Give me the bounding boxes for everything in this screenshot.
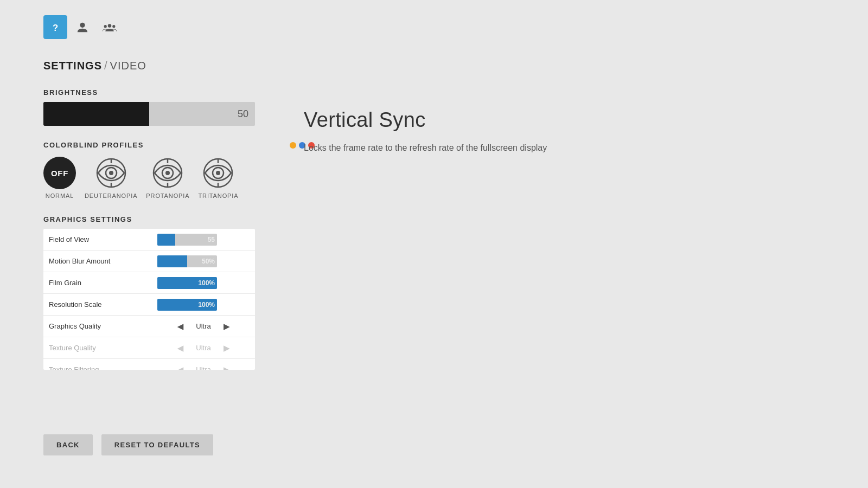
protanopia-label: PROTANOPIA <box>146 192 189 199</box>
colorblind-header: COLORBLIND PROFILES <box>43 141 315 149</box>
resolution-scale-label: Resolution Scale <box>49 300 157 309</box>
motion-blur-slider[interactable]: 50% <box>157 254 250 269</box>
tritanopia-icon-container <box>202 157 234 189</box>
breadcrumb: SETTINGS/VIDEO <box>43 60 315 72</box>
settings-table: Field of View 55 Motion Blur Amount 50% … <box>43 229 255 370</box>
fov-slider[interactable]: 55 <box>157 232 250 247</box>
row-motion-blur[interactable]: Motion Blur Amount 50% <box>43 251 255 272</box>
svg-point-5 <box>112 25 115 28</box>
brightness-slider[interactable]: 50 <box>43 102 255 126</box>
fov-value: 55 <box>208 236 215 243</box>
protanopia-eye-icon <box>152 158 183 188</box>
main-content: SETTINGS/VIDEO BRIGHTNESS 50 COLORBLIND … <box>43 60 315 370</box>
svg-point-18 <box>216 171 220 175</box>
dot-yellow <box>290 142 296 149</box>
texture-filtering-label: Texture Filtering <box>49 365 157 370</box>
texture-filtering-left-arrow[interactable]: ◀ <box>175 365 186 370</box>
texture-quality-right-arrow[interactable]: ▶ <box>221 344 232 352</box>
colorblind-label: COLORBLIND PROFILES <box>43 141 144 149</box>
graphics-quality-value: Ultra <box>190 322 217 330</box>
breadcrumb-main: SETTINGS <box>43 60 102 72</box>
svg-point-4 <box>108 24 112 28</box>
colorblind-section: COLORBLIND PROFILES OFF NORMAL <box>43 141 315 199</box>
resolution-scale-slider[interactable]: 100% <box>157 297 250 312</box>
deuteranopia-eye-icon <box>96 158 126 188</box>
fov-fill <box>157 234 175 246</box>
tritanopia-label: TRITANOPIA <box>198 192 238 199</box>
film-grain-value: 100% <box>198 279 215 287</box>
info-title: Vertical Sync <box>304 108 575 132</box>
motion-blur-label: Motion Blur Amount <box>49 257 157 265</box>
breadcrumb-sub: VIDEO <box>110 60 146 72</box>
graphics-settings-label: GRAPHICS SETTINGS <box>43 215 315 223</box>
film-grain-track: 100% <box>157 277 217 289</box>
motion-blur-value: 50% <box>202 258 215 265</box>
deuteranopia-label: DEUTERANOPIA <box>85 192 137 199</box>
row-resolution-scale[interactable]: Resolution Scale 100% <box>43 294 255 316</box>
colorblind-deuteranopia[interactable]: DEUTERANOPIA <box>85 157 137 199</box>
resolution-scale-track: 100% <box>157 299 217 311</box>
colorblind-protanopia[interactable]: PROTANOPIA <box>146 157 189 199</box>
colorblind-normal[interactable]: OFF NORMAL <box>43 157 76 199</box>
svg-point-8 <box>109 171 113 175</box>
row-graphics-quality[interactable]: Graphics Quality ◀ Ultra ▶ <box>43 316 255 337</box>
info-panel: Vertical Sync Locks the frame rate to th… <box>304 108 575 155</box>
fov-label: Field of View <box>49 235 157 243</box>
brightness-value: 50 <box>238 108 248 120</box>
off-badge: OFF <box>43 157 76 189</box>
film-grain-label: Film Grain <box>49 279 157 287</box>
resolution-scale-value: 100% <box>198 301 215 309</box>
motion-blur-track: 50% <box>157 255 217 267</box>
top-navigation: ? <box>43 15 122 39</box>
texture-filtering-right-arrow[interactable]: ▶ <box>221 365 232 370</box>
svg-text:?: ? <box>53 23 58 33</box>
texture-quality-selector: ◀ Ultra ▶ <box>157 344 250 352</box>
bottom-buttons: BACK RESET TO DEFAULTS <box>43 434 213 455</box>
film-grain-slider[interactable]: 100% <box>157 275 250 291</box>
colorblind-tritanopia[interactable]: TRITANOPIA <box>198 157 238 199</box>
breadcrumb-sep: / <box>104 60 108 72</box>
texture-quality-left-arrow[interactable]: ◀ <box>175 344 186 352</box>
svg-point-13 <box>165 171 170 175</box>
svg-point-3 <box>104 25 107 28</box>
brightness-fill <box>43 102 149 126</box>
graphics-quality-selector: ◀ Ultra ▶ <box>157 322 250 331</box>
tritanopia-eye-icon <box>203 158 233 188</box>
protanopia-icon-container <box>151 157 184 189</box>
row-field-of-view[interactable]: Field of View 55 <box>43 229 255 251</box>
brightness-label: BRIGHTNESS <box>43 88 315 97</box>
svg-point-2 <box>80 23 85 28</box>
back-button[interactable]: BACK <box>43 434 93 455</box>
row-texture-filtering[interactable]: Texture Filtering ◀ Ultra ▶ <box>43 359 255 370</box>
row-film-grain[interactable]: Film Grain 100% <box>43 272 255 294</box>
info-description: Locks the frame rate to the refresh rate… <box>304 142 575 155</box>
texture-quality-label: Texture Quality <box>49 344 157 352</box>
row-texture-quality[interactable]: Texture Quality ◀ Ultra ▶ <box>43 337 255 359</box>
nav-icon-question[interactable]: ? <box>43 15 67 39</box>
normal-icon-container: OFF <box>43 157 76 189</box>
reset-button[interactable]: RESET TO DEFAULTS <box>101 434 213 455</box>
motion-blur-fill <box>157 255 187 267</box>
brightness-track <box>43 102 255 126</box>
texture-filtering-selector: ◀ Ultra ▶ <box>157 365 250 370</box>
colorblind-options: OFF NORMAL DEUTERANOPIA <box>43 157 315 199</box>
nav-icon-group[interactable] <box>98 15 122 39</box>
graphics-quality-left-arrow[interactable]: ◀ <box>175 322 186 331</box>
normal-label: NORMAL <box>46 192 74 199</box>
graphics-quality-label: Graphics Quality <box>49 322 157 330</box>
fov-track: 55 <box>157 234 217 246</box>
nav-icon-profile[interactable] <box>71 15 94 39</box>
deuteranopia-icon-container <box>95 157 127 189</box>
texture-quality-value: Ultra <box>190 344 217 352</box>
graphics-quality-right-arrow[interactable]: ▶ <box>221 322 232 331</box>
texture-filtering-value: Ultra <box>190 365 217 370</box>
